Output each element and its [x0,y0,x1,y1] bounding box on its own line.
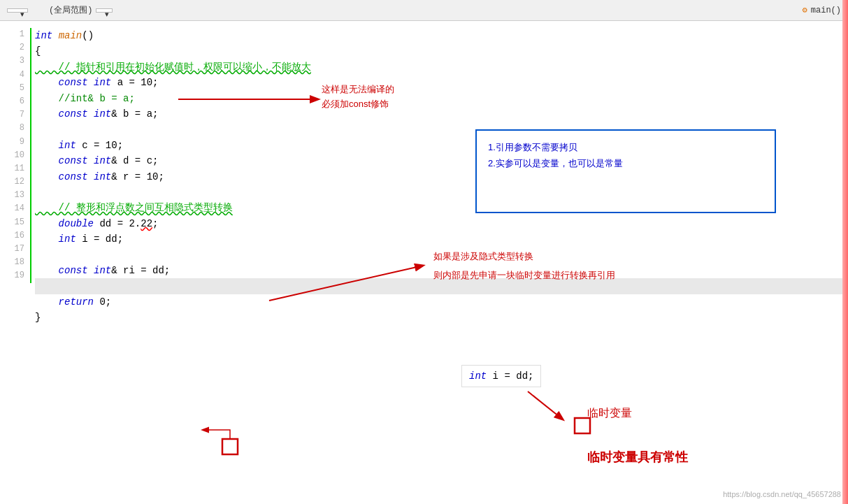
func-label: main() [811,6,841,15]
annotation-arrow1: 这样是无法编译的 必须加const修饰 [322,82,394,112]
implicit-conv-line1: 如果是涉及隐式类型转换 [433,248,615,264]
code-line-3: // 指针和引用在初始化赋值时，权限可以缩小，不能放大 [35,59,848,75]
popup-code-text: int i = dd; [469,370,533,382]
code-line-1: int main() [35,28,848,43]
implicit-conv-line2: 则内部是先申请一块临时变量进行转换再引用 [433,267,615,283]
scope-dropdown-left[interactable] [7,8,28,13]
right-border-accent [842,0,848,504]
gear-icon: ⚙ [803,5,807,15]
code-line-18: return 0; [35,294,848,310]
top-bar-left [7,8,28,13]
line-numbers: 1 2 3 4 5 6 7 8 9 10 11 12 13 14 15 16 1… [0,28,31,283]
box1-line1: 1.引用参数不需要拷贝 [488,139,763,155]
annotation-arrow1-line2: 必须加const修饰 [322,97,394,112]
scope-dropdown[interactable] [96,8,113,13]
top-bar: (全局范围) ⚙ main() [0,0,848,21]
temp-var-const-text: 临时变量具有常性 [587,447,688,468]
box1-line2: 2.实参可以是变量，也可以是常量 [488,155,763,171]
svg-line-3 [528,391,563,419]
code-area: 1 2 3 4 5 6 7 8 9 10 11 12 13 14 15 16 1… [0,21,848,504]
watermark: https://blog.csdn.net/qq_45657288 [723,490,841,498]
svg-rect-4 [222,439,238,454]
annotation-box-ref: 1.引用参数不需要拷贝 2.实参可以是变量，也可以是常量 [475,129,776,213]
scope-label: (全局范围) [49,4,92,16]
code-line-4: const int a = 10; [35,75,848,90]
scope-section: (全局范围) [49,4,113,16]
temp-var-const-label: 临时变量具有常性 [587,447,688,468]
temp-var-text: 临时变量 [587,404,632,422]
editor-window: (全局范围) ⚙ main() 1 2 3 4 5 6 7 8 9 10 11 … [0,0,848,504]
func-section: ⚙ main() [803,5,841,15]
annotation-arrow1-line1: 这样是无法编译的 [322,82,394,97]
temp-var-label: 临时变量 [587,404,632,422]
code-line-13: double dd = 2.22; [35,216,848,231]
annotation-implicit-conv: 如果是涉及隐式类型转换 则内部是先申请一块临时变量进行转换再引用 [433,248,615,284]
code-line-14: int i = dd; [35,231,848,247]
code-line-5: //int& b = a; [35,91,848,106]
code-popup: int i = dd; [461,365,541,387]
code-line-19: } [35,310,848,325]
code-line-2: { [35,43,848,59]
code-line-6: const int& b = a; [35,106,848,122]
